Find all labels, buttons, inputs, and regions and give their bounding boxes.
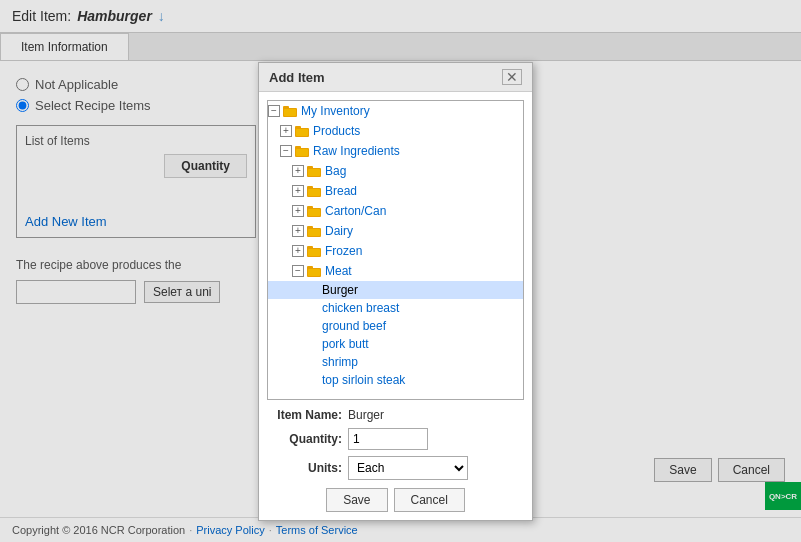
tree-label-top-sirloin: top sirloin steak: [322, 373, 405, 387]
item-tree[interactable]: − My Inventory+ Products− Raw Ingredient…: [267, 100, 524, 400]
tree-node-burger[interactable]: Burger: [268, 281, 523, 299]
svg-rect-5: [296, 129, 308, 136]
dialog-body: − My Inventory+ Products− Raw Ingredient…: [259, 92, 532, 520]
tree-label-products: Products: [313, 124, 360, 138]
tree-label-ground-beef: ground beef: [322, 319, 386, 333]
quantity-label: Quantity:: [267, 432, 342, 446]
svg-rect-8: [296, 149, 308, 156]
tree-label-shrimp: shrimp: [322, 355, 358, 369]
main-page: Edit Item: Hamburger ↓ Item Information …: [0, 0, 801, 542]
item-name-display: Burger: [348, 408, 384, 422]
tree-label-pork-butt: pork butt: [322, 337, 369, 351]
folder-icon-meat: [306, 263, 322, 279]
folder-icon-raw-ingredients: [294, 143, 310, 159]
folder-icon-dairy: [306, 223, 322, 239]
tree-label-raw-ingredients: Raw Ingredients: [313, 144, 400, 158]
add-item-dialog: Add Item ✕ − My Inventory+ Products− Raw…: [258, 62, 533, 521]
folder-icon-bag: [306, 163, 322, 179]
tree-expander-meat[interactable]: −: [292, 265, 304, 277]
units-label: Units:: [267, 461, 342, 475]
tree-node-products[interactable]: + Products: [268, 121, 523, 141]
tree-expander-products[interactable]: +: [280, 125, 292, 137]
tree-node-shrimp[interactable]: shrimp: [268, 353, 523, 371]
svg-rect-20: [308, 229, 320, 236]
dialog-save-button[interactable]: Save: [326, 488, 387, 512]
item-name-row: Item Name: Burger: [267, 408, 524, 422]
tree-label-frozen: Frozen: [325, 244, 362, 258]
tree-node-top-sirloin[interactable]: top sirloin steak: [268, 371, 523, 389]
dialog-action-buttons: Save Cancel: [267, 488, 524, 512]
tree-expander-frozen[interactable]: +: [292, 245, 304, 257]
svg-rect-17: [308, 209, 320, 216]
tree-node-bread[interactable]: + Bread: [268, 181, 523, 201]
tree-node-chicken-breast[interactable]: chicken breast: [268, 299, 523, 317]
dialog-cancel-button[interactable]: Cancel: [394, 488, 465, 512]
tree-node-ground-beef[interactable]: ground beef: [268, 317, 523, 335]
svg-rect-11: [308, 169, 320, 176]
dialog-title: Add Item: [269, 70, 325, 85]
tree-node-meat[interactable]: − Meat: [268, 261, 523, 281]
tree-expander-bag[interactable]: +: [292, 165, 304, 177]
item-name-label: Item Name:: [267, 408, 342, 422]
tree-label-meat: Meat: [325, 264, 352, 278]
svg-rect-23: [308, 249, 320, 256]
tree-expander-bread[interactable]: +: [292, 185, 304, 197]
tree-node-pork-butt[interactable]: pork butt: [268, 335, 523, 353]
tree-expander-raw-ingredients[interactable]: −: [280, 145, 292, 157]
dialog-title-bar: Add Item ✕: [259, 63, 532, 92]
tree-node-dairy[interactable]: + Dairy: [268, 221, 523, 241]
tree-label-bag: Bag: [325, 164, 346, 178]
folder-icon-frozen: [306, 243, 322, 259]
tree-label-chicken-breast: chicken breast: [322, 301, 399, 315]
folder-icon-my-inventory: [282, 103, 298, 119]
tree-node-raw-ingredients[interactable]: − Raw Ingredients: [268, 141, 523, 161]
tree-label-burger: Burger: [322, 283, 358, 297]
tree-node-carton-can[interactable]: + Carton/Can: [268, 201, 523, 221]
tree-label-my-inventory: My Inventory: [301, 104, 370, 118]
tree-node-frozen[interactable]: + Frozen: [268, 241, 523, 261]
dialog-close-button[interactable]: ✕: [502, 69, 522, 85]
units-row: Units: EachCasePoundOunce: [267, 456, 524, 480]
tree-expander-my-inventory[interactable]: −: [268, 105, 280, 117]
folder-icon-bread: [306, 183, 322, 199]
quantity-row: Quantity:: [267, 428, 524, 450]
units-select[interactable]: EachCasePoundOunce: [348, 456, 468, 480]
tree-label-carton-can: Carton/Can: [325, 204, 386, 218]
tree-node-bag[interactable]: + Bag: [268, 161, 523, 181]
folder-icon-carton-can: [306, 203, 322, 219]
svg-rect-2: [284, 109, 296, 116]
tree-label-dairy: Dairy: [325, 224, 353, 238]
tree-expander-dairy[interactable]: +: [292, 225, 304, 237]
tree-label-bread: Bread: [325, 184, 357, 198]
quantity-input[interactable]: [348, 428, 428, 450]
svg-rect-14: [308, 189, 320, 196]
folder-icon-products: [294, 123, 310, 139]
tree-node-my-inventory[interactable]: − My Inventory: [268, 101, 523, 121]
tree-expander-carton-can[interactable]: +: [292, 205, 304, 217]
svg-rect-26: [308, 269, 320, 276]
